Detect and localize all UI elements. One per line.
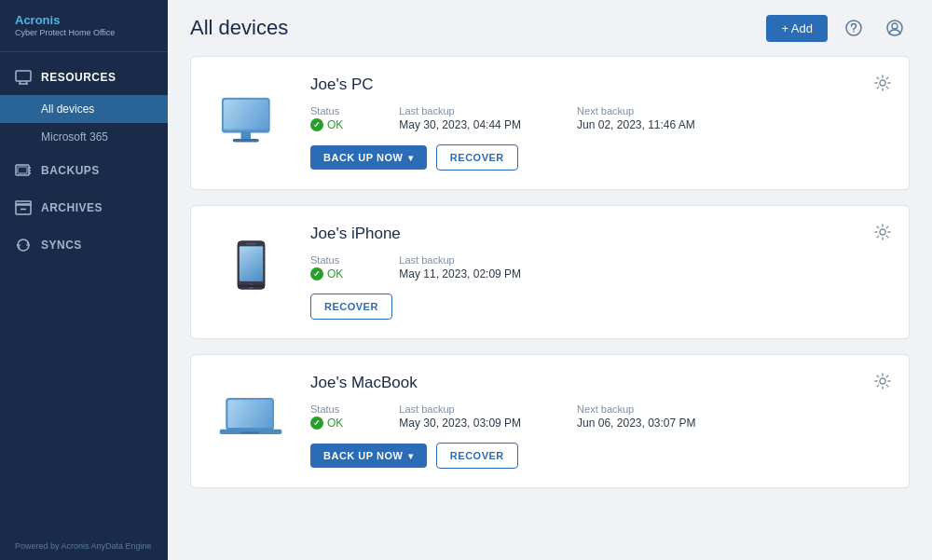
device-info-joes-macbook: Joe's MacBook Status OK Last backup May …	[310, 374, 886, 469]
desktop-icon	[218, 95, 283, 151]
status-ok-icon	[310, 267, 323, 280]
device-list: Joe's PC Status OK Last backup May 30, 2…	[168, 56, 932, 511]
status-value: OK	[310, 417, 343, 430]
recover-button[interactable]: RECOVER	[310, 294, 392, 320]
last-backup-group: Last backup May 30, 2023, 03:09 PM	[399, 403, 521, 430]
svg-rect-33	[241, 431, 259, 433]
backup-now-button[interactable]: BACK UP NOW ▾	[310, 444, 427, 468]
device-settings-button[interactable]	[871, 221, 894, 243]
last-backup-label: Last backup	[399, 105, 521, 116]
sidebar-item-syncs[interactable]: SYNCS	[0, 227, 168, 263]
next-backup-label: Next backup	[577, 105, 695, 116]
sidebar: Acronis Cyber Protect Home Office RESOUR…	[0, 0, 168, 560]
status-label: Status	[310, 105, 343, 116]
help-icon	[845, 20, 862, 36]
status-label: Status	[310, 254, 343, 266]
monitor-icon	[15, 69, 32, 86]
last-backup-group: Last backup May 11, 2023, 02:09 PM	[399, 254, 521, 280]
svg-point-13	[853, 31, 855, 33]
chevron-down-icon: ▾	[408, 153, 414, 163]
recover-button[interactable]: RECOVER	[436, 443, 518, 469]
svg-point-35	[880, 378, 885, 384]
status-value: OK	[310, 118, 343, 131]
svg-rect-10	[16, 201, 31, 205]
svg-point-29	[880, 229, 885, 235]
main-content: All devices + Add	[168, 0, 932, 560]
sidebar-item-backups-label: BACKUPS	[41, 164, 100, 177]
svg-point-22	[880, 80, 885, 86]
top-bar-actions: + Add	[766, 13, 910, 43]
svg-rect-20	[233, 139, 259, 143]
svg-rect-18	[224, 100, 267, 130]
sidebar-item-archives[interactable]: ARCHIVES	[0, 190, 168, 225]
svg-rect-25	[239, 246, 262, 280]
user-icon	[886, 20, 903, 36]
phone-icon	[230, 239, 272, 305]
gear-icon	[874, 224, 891, 240]
sidebar-item-resources-label: RESOURCES	[41, 71, 116, 84]
status-group: Status OK	[310, 403, 343, 430]
last-backup-label: Last backup	[399, 403, 521, 415]
device-card-joes-macbook: Joe's MacBook Status OK Last backup May …	[190, 354, 910, 488]
sidebar-footer: Powered by Acronis AnyData Engine	[0, 532, 168, 560]
svg-point-15	[892, 23, 898, 29]
sidebar-sub-microsoft-365[interactable]: Microsoft 365	[0, 123, 168, 151]
sync-icon	[15, 237, 32, 253]
svg-rect-5	[18, 167, 27, 173]
device-stats: Status OK Last backup May 11, 2023, 02:0…	[310, 254, 886, 280]
svg-rect-0	[16, 71, 31, 81]
recover-button[interactable]: RECOVER	[436, 144, 518, 171]
svg-rect-28	[238, 285, 265, 288]
card-actions: BACK UP NOW ▾ RECOVER	[310, 443, 886, 469]
device-card-joes-iphone: Joe's iPhone Status OK Last backup May 1…	[190, 205, 910, 339]
status-ok-icon	[310, 417, 323, 430]
device-stats: Status OK Last backup May 30, 2023, 04:4…	[310, 105, 886, 131]
chevron-down-icon: ▾	[408, 451, 414, 461]
backup-now-button[interactable]: BACK UP NOW ▾	[310, 145, 427, 170]
status-ok-icon	[310, 118, 323, 131]
device-name: Joe's iPhone	[310, 225, 886, 243]
device-icon-phone	[213, 239, 288, 305]
sidebar-nav: RESOURCES All devices Microsoft 365 BACK…	[0, 52, 168, 532]
last-backup-value: May 30, 2023, 03:09 PM	[399, 417, 521, 430]
svg-rect-31	[228, 400, 272, 428]
device-settings-button[interactable]	[871, 370, 894, 392]
sidebar-item-backups[interactable]: BACKUPS	[0, 153, 168, 188]
sidebar-item-syncs-label: SYNCS	[41, 239, 82, 252]
nav-section-archives: ARCHIVES	[0, 190, 168, 225]
sidebar-item-resources[interactable]: RESOURCES	[0, 60, 168, 95]
device-icon-desktop	[213, 95, 288, 151]
device-name: Joe's MacBook	[310, 374, 886, 392]
nav-section-syncs: SYNCS	[0, 227, 168, 263]
archive-icon	[15, 199, 32, 216]
device-info-joes-pc: Joe's PC Status OK Last backup May 30, 2…	[310, 75, 886, 171]
brand-subtitle: Cyber Protect Home Office	[15, 28, 153, 39]
last-backup-value: May 11, 2023, 02:09 PM	[399, 267, 521, 280]
gear-icon	[874, 373, 891, 389]
svg-rect-27	[246, 243, 255, 245]
brand-title: Acronis	[15, 13, 153, 28]
device-info-joes-iphone: Joe's iPhone Status OK Last backup May 1…	[310, 225, 886, 320]
user-button[interactable]	[880, 13, 910, 43]
device-settings-button[interactable]	[871, 72, 894, 94]
last-backup-group: Last backup May 30, 2023, 04:44 PM	[399, 105, 521, 131]
device-name: Joe's PC	[310, 75, 886, 94]
help-button[interactable]	[839, 13, 869, 43]
sidebar-sub-all-devices[interactable]: All devices	[0, 95, 168, 123]
logo: Acronis Cyber Protect Home Office	[0, 0, 168, 52]
status-group: Status OK	[310, 254, 343, 280]
next-backup-value: Jun 06, 2023, 03:07 PM	[577, 417, 695, 430]
next-backup-label: Next backup	[577, 403, 695, 415]
sidebar-item-archives-label: ARCHIVES	[41, 201, 103, 214]
last-backup-value: May 30, 2023, 04:44 PM	[399, 118, 521, 131]
status-group: Status OK	[310, 105, 343, 131]
status-label: Status	[310, 403, 343, 415]
gear-icon	[874, 75, 891, 91]
device-stats: Status OK Last backup May 30, 2023, 03:0…	[310, 403, 886, 430]
nav-section-backups: BACKUPS	[0, 153, 168, 188]
next-backup-group: Next backup Jun 02, 2023, 11:46 AM	[577, 105, 695, 131]
next-backup-value: Jun 02, 2023, 11:46 AM	[577, 118, 695, 131]
backup-icon	[15, 162, 32, 179]
page-title: All devices	[190, 16, 288, 40]
add-button[interactable]: + Add	[766, 15, 828, 42]
